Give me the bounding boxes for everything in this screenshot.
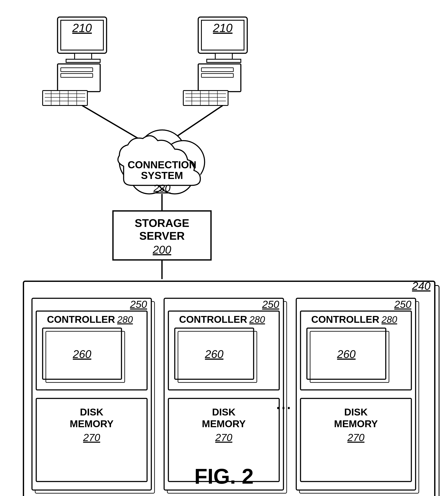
svg-text:MEMORY: MEMORY	[334, 418, 378, 429]
svg-text:SERVER: SERVER	[139, 230, 185, 242]
svg-text:230: 230	[153, 183, 171, 194]
svg-rect-2	[75, 53, 92, 60]
svg-text:210: 210	[213, 21, 233, 34]
svg-text:280: 280	[117, 314, 133, 325]
client-computer-1: 210	[43, 17, 107, 106]
svg-text:280: 280	[381, 314, 397, 325]
figure-caption: FIG. 2	[194, 464, 254, 488]
svg-rect-22	[201, 74, 233, 77]
svg-text:200: 200	[153, 244, 171, 256]
svg-text:260: 260	[73, 348, 91, 360]
svg-text:260: 260	[205, 348, 224, 360]
svg-text:DISK: DISK	[212, 406, 236, 418]
svg-text:280: 280	[249, 314, 265, 325]
storage-unit-2: 250 CONTROLLER 280 260 DISK MEMORY 270	[164, 298, 287, 493]
svg-text:CONNECTION: CONNECTION	[128, 159, 196, 170]
svg-text:CONTROLLER: CONTROLLER	[47, 314, 115, 325]
svg-text:270: 270	[83, 432, 100, 443]
svg-text:260: 260	[337, 348, 356, 360]
svg-rect-7	[43, 91, 87, 106]
storage-server: STORAGE SERVER 200	[113, 211, 211, 260]
svg-rect-5	[61, 68, 93, 72]
svg-text:250: 250	[394, 299, 411, 310]
svg-text:250: 250	[130, 299, 147, 310]
storage-unit-3: 250 CONTROLLER 280 260 DISK MEMORY 270	[296, 298, 419, 493]
svg-text:STORAGE: STORAGE	[135, 217, 189, 229]
svg-text:CONTROLLER: CONTROLLER	[179, 314, 247, 325]
svg-rect-23	[183, 91, 228, 106]
svg-text:DISK: DISK	[344, 406, 368, 418]
svg-text:SYSTEM: SYSTEM	[141, 170, 183, 181]
svg-text:CONTROLLER: CONTROLLER	[311, 314, 379, 325]
svg-text:270: 270	[347, 432, 365, 443]
svg-text:240: 240	[412, 280, 431, 292]
client-computer-2: 210	[183, 17, 247, 106]
connection-system-cloud: CONNECTION SYSTEM 230	[118, 130, 205, 194]
svg-text:DISK: DISK	[80, 406, 103, 418]
svg-text:270: 270	[215, 432, 232, 443]
svg-text:250: 250	[262, 299, 279, 310]
svg-text:210: 210	[72, 21, 92, 34]
svg-text:MEMORY: MEMORY	[70, 418, 113, 429]
storage-array-240: 240 250 CONTROLLER 280 260 DISK MEM	[23, 280, 439, 496]
svg-rect-19	[207, 59, 241, 62]
svg-text:MEMORY: MEMORY	[202, 418, 245, 429]
svg-rect-6	[61, 74, 93, 77]
storage-unit-1: 250 CONTROLLER 280 260 DISK MEMORY 270	[32, 298, 155, 493]
svg-rect-18	[215, 53, 232, 60]
svg-rect-3	[66, 59, 100, 62]
svg-rect-21	[201, 68, 233, 72]
svg-text:...: ...	[275, 392, 291, 413]
diagram-container: 210 210	[0, 0, 448, 496]
